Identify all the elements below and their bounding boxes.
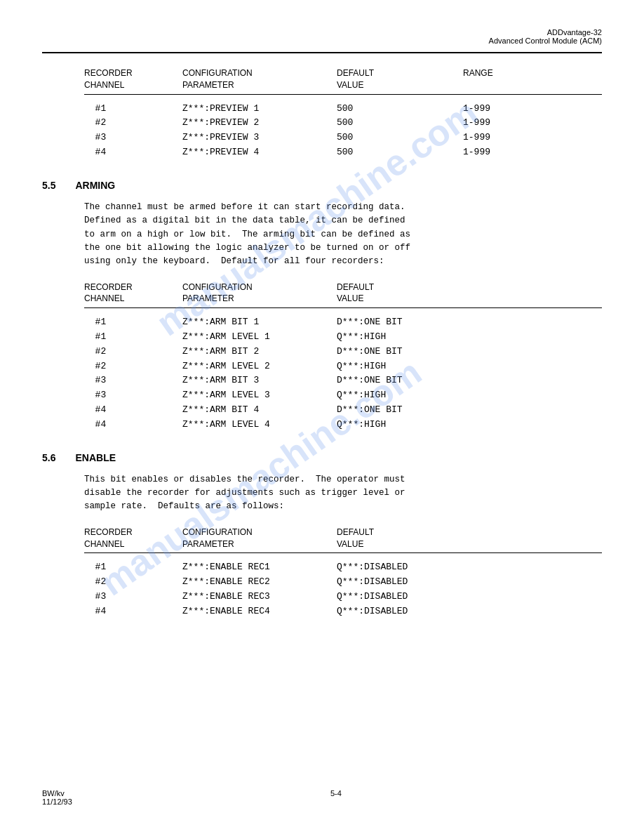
t3-r1-default: Q***:DISABLED [337, 560, 477, 575]
table1-rule [84, 94, 602, 95]
top-rule [42, 52, 602, 53]
t2-r3-default: D***:ONE BIT [337, 345, 477, 359]
t2-r5-param: Z***:ARM BIT 3 [182, 373, 337, 388]
header-line2: Advanced Control Module (ACM) [42, 37, 602, 45]
t1-r1-param: Z***:PREVIEW 1 [182, 102, 337, 117]
table2-col-config-header: CONFIGURATIONPARAMETER [182, 282, 337, 305]
t1-r4-default: 500 [337, 145, 463, 160]
t3-r3-param: Z***:ENABLE REC3 [182, 590, 337, 604]
table3-header-row: RECORDERCHANNEL CONFIGURATIONPARAMETER D… [84, 527, 602, 550]
t3-r4-default: Q***:DISABLED [337, 604, 477, 619]
section55-number: 5.5 [42, 180, 55, 191]
footer-right [600, 789, 602, 806]
table-row: #1 Z***:ARM LEVEL 1 Q***:HIGH [84, 330, 602, 345]
t1-r3-range: 1-999 [463, 131, 602, 145]
footer-left: BW/kv 11/12/93 [42, 789, 72, 806]
footer: BW/kv 11/12/93 5-4 [42, 789, 602, 806]
table-row: #1 Z***:ENABLE REC1 Q***:DISABLED [84, 560, 602, 575]
table2: RECORDERCHANNEL CONFIGURATIONPARAMETER D… [84, 282, 602, 432]
t1-r4-param: Z***:PREVIEW 4 [182, 145, 337, 160]
t2-r8-default: Q***:HIGH [337, 418, 477, 432]
t2-r6-default: Q***:HIGH [337, 388, 477, 403]
t2-r2-default: Q***:HIGH [337, 330, 477, 345]
table-row: #3 Z***:ENABLE REC3 Q***:DISABLED [84, 590, 602, 604]
table3-rule [84, 552, 602, 553]
t1-r4-range: 1-999 [463, 145, 602, 160]
table1-header-row: RECORDERCHANNEL CONFIGURATIONPARAMETER D… [84, 67, 602, 91]
t2-r2-ch: #1 [84, 330, 182, 345]
t1-r2-default: 500 [337, 116, 463, 131]
table-row: #2 Z***:PREVIEW 2 500 1-999 [84, 116, 602, 131]
section56-number: 5.6 [42, 452, 55, 463]
t1-r1-range: 1-999 [463, 102, 602, 117]
t1-r1-channel: #1 [84, 102, 182, 117]
t3-r2-ch: #2 [84, 575, 182, 590]
t2-r1-param: Z***:ARM BIT 1 [182, 315, 337, 330]
t2-r5-ch: #3 [84, 373, 182, 388]
t3-r4-ch: #4 [84, 604, 182, 619]
t2-r6-param: Z***:ARM LEVEL 3 [182, 388, 337, 403]
page: manualsmachine.com manualsmachine.com AD… [0, 0, 644, 834]
table-row: #3 Z***:ARM LEVEL 3 Q***:HIGH [84, 388, 602, 403]
table-row: #4 Z***:ENABLE REC4 Q***:DISABLED [84, 604, 602, 619]
t1-r3-param: Z***:PREVIEW 3 [182, 131, 337, 145]
table-row: #4 Z***:ARM BIT 4 D***:ONE BIT [84, 403, 602, 418]
t2-r2-param: Z***:ARM LEVEL 1 [182, 330, 337, 345]
t2-r4-param: Z***:ARM LEVEL 2 [182, 359, 337, 374]
table-row: #1 Z***:ARM BIT 1 D***:ONE BIT [84, 315, 602, 330]
table-row: #3 Z***:PREVIEW 3 500 1-999 [84, 131, 602, 145]
table2-col-default-header: DEFAULTVALUE [337, 282, 477, 305]
t3-r4-param: Z***:ENABLE REC4 [182, 604, 337, 619]
table1-col-recorder-header: RECORDERCHANNEL [84, 67, 182, 91]
table-row: #3 Z***:ARM BIT 3 D***:ONE BIT [84, 373, 602, 388]
section55-heading: 5.5 ARMING [42, 180, 602, 191]
t3-r2-default: Q***:DISABLED [337, 575, 477, 590]
table1-col-range-header: RANGE [463, 67, 602, 91]
section56-heading: 5.6 ENABLE [42, 452, 602, 463]
t1-r2-range: 1-999 [463, 116, 602, 131]
table-row: #2 Z***:ARM BIT 2 D***:ONE BIT [84, 345, 602, 359]
footer-date: 11/12/93 [42, 797, 72, 806]
table3-col-recorder-header: RECORDERCHANNEL [84, 527, 182, 550]
header-line1: ADDvantage-32 [42, 28, 602, 37]
table2-header-row: RECORDERCHANNEL CONFIGURATIONPARAMETER D… [84, 282, 602, 305]
header: ADDvantage-32 Advanced Control Module (A… [42, 28, 602, 45]
table3-col-config-header: CONFIGURATIONPARAMETER [182, 527, 337, 550]
t2-r7-param: Z***:ARM BIT 4 [182, 403, 337, 418]
t2-r3-param: Z***:ARM BIT 2 [182, 345, 337, 359]
t1-r1-default: 500 [337, 102, 463, 117]
table2-col-recorder-header: RECORDERCHANNEL [84, 282, 182, 305]
section55-title: ARMING [75, 180, 115, 191]
t2-r6-ch: #3 [84, 388, 182, 403]
t3-r3-default: Q***:DISABLED [337, 590, 477, 604]
t3-r1-param: Z***:ENABLE REC1 [182, 560, 337, 575]
table-row: #2 Z***:ARM LEVEL 2 Q***:HIGH [84, 359, 602, 374]
table3-container: RECORDERCHANNEL CONFIGURATIONPARAMETER D… [84, 527, 602, 619]
t2-r1-default: D***:ONE BIT [337, 315, 477, 330]
t1-r2-param: Z***:PREVIEW 2 [182, 116, 337, 131]
table1-col-default-header: DEFAULTVALUE [337, 67, 463, 91]
table-row: #4 Z***:ARM LEVEL 4 Q***:HIGH [84, 418, 602, 432]
table1-col-config-header: CONFIGURATIONPARAMETER [182, 67, 337, 91]
table3: RECORDERCHANNEL CONFIGURATIONPARAMETER D… [84, 527, 602, 619]
t3-r1-ch: #1 [84, 560, 182, 575]
t2-r5-default: D***:ONE BIT [337, 373, 477, 388]
t3-r2-param: Z***:ENABLE REC2 [182, 575, 337, 590]
section56-body: This bit enables or disables the recorde… [84, 473, 602, 514]
t1-r3-channel: #3 [84, 131, 182, 145]
footer-initials: BW/kv [42, 789, 72, 797]
footer-page-number: 5-4 [330, 789, 342, 806]
section55-body: The channel must be armed before it can … [84, 201, 602, 269]
table-row: #1 Z***:PREVIEW 1 500 1-999 [84, 102, 602, 117]
t2-r4-ch: #2 [84, 359, 182, 374]
table-row: #4 Z***:PREVIEW 4 500 1-999 [84, 145, 602, 160]
table1: RECORDERCHANNEL CONFIGURATIONPARAMETER D… [84, 67, 602, 160]
section56-title: ENABLE [75, 452, 116, 463]
table1-container: RECORDERCHANNEL CONFIGURATIONPARAMETER D… [84, 67, 602, 160]
t3-r3-ch: #3 [84, 590, 182, 604]
t1-r2-channel: #2 [84, 116, 182, 131]
t2-r4-default: Q***:HIGH [337, 359, 477, 374]
table2-container: RECORDERCHANNEL CONFIGURATIONPARAMETER D… [84, 282, 602, 432]
t2-r3-ch: #2 [84, 345, 182, 359]
t1-r4-channel: #4 [84, 145, 182, 160]
